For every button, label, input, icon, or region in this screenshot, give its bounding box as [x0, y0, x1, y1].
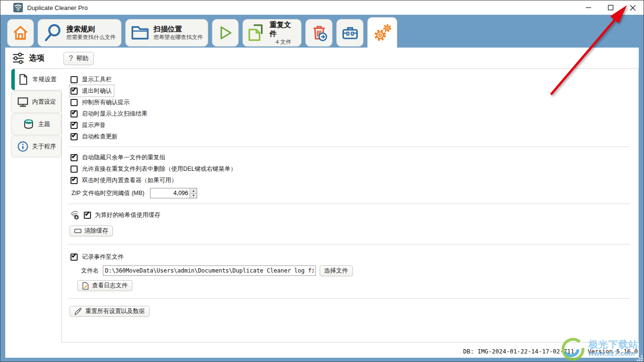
tab-toolbox[interactable]	[336, 19, 363, 47]
sidebar-tab-label: 内置设定	[32, 98, 56, 106]
status-db: DB: IMG-2024-01-22-14-17-02-711	[463, 348, 574, 355]
checkbox[interactable]	[70, 76, 78, 83]
log-checkbox-row[interactable]: 记录事件至文件	[70, 251, 126, 263]
help-button-label: 帮助	[76, 54, 89, 63]
checkbox[interactable]	[70, 122, 78, 129]
duplicates-checkbox-list: 自动隐藏只余单一文件的重复组 允许直接在重复文件列表中删除（使用DEL键或右键菜…	[70, 152, 630, 186]
checkbox-label: 启动时显示上次扫描结果	[82, 110, 148, 118]
tab-file-removal[interactable]	[305, 19, 332, 47]
cache-row: 为算好的哈希值使用缓存	[70, 209, 630, 221]
tab-search-rules[interactable]: 搜索规则 您需要查找什么文件	[38, 19, 121, 47]
sidebar-tab-builtin[interactable]: 内置设定	[11, 91, 61, 113]
question-icon: ?	[69, 54, 73, 63]
log-filename-input[interactable]	[103, 265, 316, 276]
resize-grip[interactable]	[636, 354, 643, 361]
log-checkbox-label: 记录事件至文件	[82, 253, 124, 261]
checkbox-row[interactable]: 自动检查更新	[70, 131, 120, 142]
sidebar-tab-general[interactable]: 常规设置	[11, 68, 62, 90]
toolbox-icon	[342, 24, 359, 41]
sidebar-tab-about[interactable]: 关于程序	[11, 136, 61, 157]
checkbox-row[interactable]: 提示声音	[70, 119, 108, 131]
tab-search-rules-sublabel: 您需要查找什么文件	[66, 34, 116, 40]
minimize-icon	[586, 5, 592, 10]
checkbox-row[interactable]: 抑制所有确认提示	[70, 97, 131, 108]
sliders-icon	[12, 52, 25, 65]
document-icon	[17, 73, 30, 86]
general-settings-panel: 显示工具栏 退出时确认 抑制所有确认提示 启动时显示上次扫描结果	[61, 68, 639, 342]
checkbox-label: 退出时确认	[82, 87, 112, 95]
title-bar: Duplicate Cleaner Pro	[0, 0, 644, 15]
tab-home[interactable]	[7, 19, 34, 47]
main-area: 选项 ? 帮助 常规设置 内置设定	[5, 48, 639, 358]
choose-file-button[interactable]: 选择文件	[320, 265, 353, 276]
zip-threshold-input[interactable]	[151, 188, 190, 198]
gears-icon	[372, 23, 392, 43]
brush-icon	[74, 307, 82, 315]
log-filename-row: 文件名 选择文件	[81, 265, 630, 276]
checkbox-row[interactable]: 启动时显示上次扫描结果	[70, 108, 150, 119]
info-icon	[17, 140, 29, 153]
checkbox-label: 自动隐藏只余单一文件的重复组	[82, 154, 165, 162]
minimize-button[interactable]	[578, 0, 600, 15]
zip-threshold-spinner: ▲ ▼	[150, 188, 197, 198]
checkbox-row[interactable]: 显示工具栏	[70, 74, 114, 85]
general-checkbox-list: 显示工具栏 退出时确认 抑制所有确认提示 启动时显示上次扫描结果	[70, 74, 630, 142]
search-icon	[43, 23, 62, 42]
tab-duplicate-files[interactable]: 重复文件 4 文件	[242, 19, 302, 47]
options-sidebar: 常规设置 内置设定 主题	[11, 68, 62, 158]
checkbox[interactable]	[70, 154, 78, 161]
tab-scan-location-sublabel: 您希望在哪查找文件	[153, 34, 203, 40]
spinner-up-button[interactable]: ▲	[190, 188, 197, 194]
checkbox[interactable]	[70, 177, 78, 184]
duplicate-files-icon	[247, 23, 266, 42]
log-checkbox[interactable]	[70, 254, 78, 261]
sidebar-tab-label: 常规设置	[33, 76, 57, 84]
sidebar-tab-label: 主题	[38, 120, 50, 128]
play-icon	[217, 25, 233, 41]
filename-label: 文件名	[81, 267, 99, 275]
view-log-button[interactable]: 查看日志文件	[77, 280, 132, 291]
reset-all-button[interactable]: 重置所有设置以及数据	[70, 306, 150, 317]
cache-checkbox[interactable]	[84, 212, 91, 219]
cache-checkbox-label: 为算好的哈希值使用缓存	[95, 211, 161, 219]
maximize-icon	[608, 5, 614, 10]
tab-scan-location[interactable]: 扫描位置 您希望在哪查找文件	[125, 19, 208, 47]
close-button[interactable]	[622, 0, 644, 15]
tab-scan-location-label: 扫描位置	[153, 25, 203, 34]
zip-threshold-row: ZIP 文件临时空间阈值 (MB) ▲ ▼	[71, 187, 630, 199]
tab-start-scan[interactable]	[212, 19, 239, 47]
checkbox[interactable]	[70, 99, 78, 106]
status-version: Version 5.16.0	[588, 348, 638, 355]
app-window: Duplicate Cleaner Pro	[0, 0, 644, 362]
maximize-button[interactable]	[600, 0, 622, 15]
spinner-down-button[interactable]: ▼	[190, 194, 197, 198]
clear-cache-button[interactable]: 清除缓存	[70, 225, 113, 236]
trash-arrow-icon	[311, 24, 328, 41]
separator	[69, 298, 630, 299]
tab-duplicate-files-sublabel: 4 文件	[276, 39, 292, 45]
checkbox-row[interactable]: 自动隐藏只余单一文件的重复组	[70, 152, 167, 163]
checkbox-row[interactable]: 双击时使用内置查看器（如果可用）	[70, 175, 179, 186]
separator	[69, 244, 630, 245]
status-bar: DB: IMG-2024-01-22-14-17-02-711 Version …	[463, 348, 638, 355]
checkbox[interactable]	[70, 166, 78, 173]
checkbox[interactable]	[70, 110, 78, 117]
separator	[69, 147, 630, 147]
checkbox[interactable]	[70, 88, 78, 95]
zip-threshold-label: ZIP 文件临时空间阈值 (MB)	[71, 189, 144, 197]
checkbox-row[interactable]: 允许直接在重复文件列表中删除（使用DEL键或右键菜单）	[70, 163, 238, 175]
window-title: Duplicate Cleaner Pro	[27, 4, 88, 11]
checkbox-label: 提示声音	[82, 121, 106, 129]
checkbox-row[interactable]: 退出时确认	[70, 85, 114, 97]
tab-settings[interactable]	[367, 17, 397, 48]
sidebar-tab-theme[interactable]: 主题	[11, 113, 61, 135]
clear-cache-label: 清除缓存	[84, 227, 108, 235]
help-button[interactable]: ? 帮助	[63, 52, 94, 65]
paint-bucket-icon	[22, 118, 35, 130]
close-icon	[630, 5, 636, 11]
log-section: 记录事件至文件 文件名 选择文件 查看日志文件	[70, 251, 630, 291]
app-logo-icon	[13, 3, 23, 12]
checkbox-label: 允许直接在重复文件列表中删除（使用DEL键或右键菜单）	[82, 165, 236, 173]
reset-all-label: 重置所有设置以及数据	[85, 307, 145, 315]
checkbox[interactable]	[70, 133, 78, 140]
